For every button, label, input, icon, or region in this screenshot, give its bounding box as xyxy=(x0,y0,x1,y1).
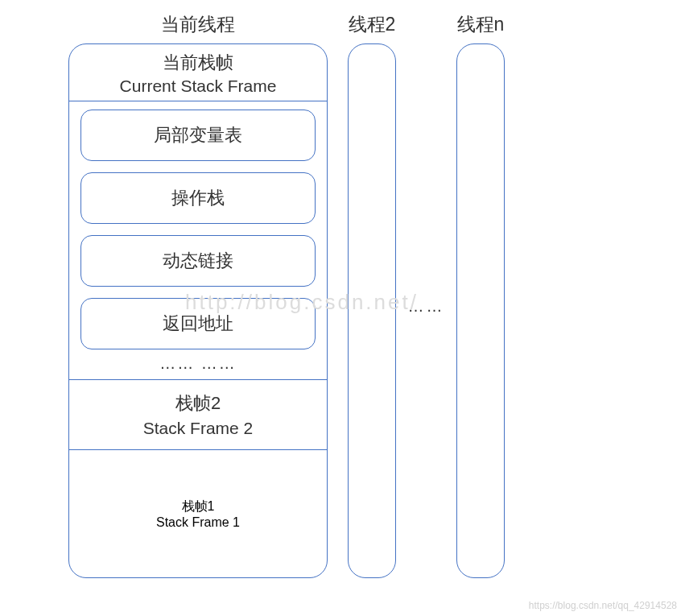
thread-2-column: 线程2 xyxy=(348,12,396,578)
local-variable-table: 局部变量表 xyxy=(80,110,316,161)
thread-2-box xyxy=(348,43,396,578)
operand-stack: 操作栈 xyxy=(80,172,316,224)
current-thread-title: 当前线程 xyxy=(161,12,235,37)
inner-ellipsis: …… …… xyxy=(69,349,327,379)
thread-n-title: 线程n xyxy=(457,12,505,37)
frame1-cn: 栈帧1 xyxy=(69,498,327,515)
between-ellipsis: …… xyxy=(396,12,456,576)
current-frame-en: Current Stack Frame xyxy=(69,76,327,96)
dynamic-linking: 动态链接 xyxy=(80,235,316,287)
frame2-cn: 栈帧2 xyxy=(69,391,327,415)
stack-frame-1: 栈帧1 Stack Frame 1 xyxy=(69,449,327,577)
thread-n-box xyxy=(456,43,505,578)
thread-2-title: 线程2 xyxy=(349,12,396,37)
current-thread-box: 当前栈帧 Current Stack Frame 局部变量表 操作栈 动态链接 … xyxy=(68,43,328,578)
thread-n-column: 线程n xyxy=(456,12,505,578)
current-stack-frame-header: 当前栈帧 Current Stack Frame xyxy=(69,44,327,101)
frame2-en: Stack Frame 2 xyxy=(69,419,327,438)
stack-frame-2: 栈帧2 Stack Frame 2 xyxy=(69,379,327,449)
credit-text: https://blog.csdn.net/qq_42914528 xyxy=(529,600,677,611)
frame-inner-items: 局部变量表 操作栈 动态链接 返回地址 xyxy=(69,101,327,349)
current-frame-cn: 当前栈帧 xyxy=(69,51,327,75)
diagram-container: 当前线程 当前栈帧 Current Stack Frame 局部变量表 操作栈 … xyxy=(8,8,677,578)
current-thread-column: 当前线程 当前栈帧 Current Stack Frame 局部变量表 操作栈 … xyxy=(68,12,328,578)
return-address: 返回地址 xyxy=(80,298,316,349)
frame1-en: Stack Frame 1 xyxy=(69,515,327,530)
